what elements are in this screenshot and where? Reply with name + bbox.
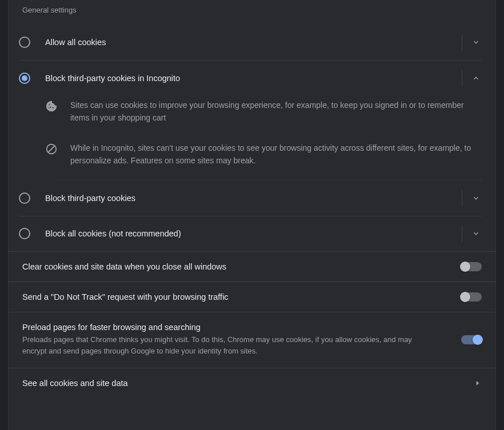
svg-point-2 — [53, 107, 54, 108]
separator — [462, 225, 462, 242]
svg-point-0 — [49, 104, 50, 105]
radio-icon — [19, 192, 30, 204]
option-block-third-party-incognito[interactable]: Block third-party cookies in Incognito — [19, 60, 482, 95]
toggle-switch[interactable] — [461, 292, 482, 302]
setting-title: Send a "Do Not Track" request with your … — [22, 292, 461, 302]
chevron-down-icon[interactable] — [470, 192, 482, 204]
setting-subtitle: Preloads pages that Chrome thinks you mi… — [22, 334, 434, 358]
setting-do-not-track[interactable]: Send a "Do Not Track" request with your … — [9, 282, 495, 312]
svg-point-3 — [49, 107, 49, 108]
detail-text: While in Incognito, sites can't use your… — [70, 142, 482, 167]
option-block-all-cookies[interactable]: Block all cookies (not recommended) — [19, 216, 482, 251]
svg-line-5 — [49, 146, 55, 152]
cookie-icon — [45, 100, 58, 112]
cookie-radio-group: Allow all cookies Block third-party cook… — [9, 25, 495, 251]
arrow-right-icon — [474, 379, 482, 387]
detail-cookie-info: Sites can use cookies to improve your br… — [19, 95, 482, 128]
block-icon — [45, 143, 58, 155]
setting-clear-on-close[interactable]: Clear cookies and site data when you clo… — [9, 251, 495, 282]
settings-panel: General settings Allow all cookies Block… — [8, 0, 496, 430]
option-block-third-party[interactable]: Block third-party cookies — [19, 180, 482, 216]
separator — [462, 34, 462, 51]
option-label: Allow all cookies — [45, 38, 457, 47]
option-label: Block third-party cookies in Incognito — [45, 74, 457, 83]
option-label: Block all cookies (not recommended) — [45, 229, 457, 238]
chevron-down-icon[interactable] — [470, 37, 482, 48]
chevron-up-icon[interactable] — [470, 73, 482, 84]
svg-point-1 — [50, 107, 51, 108]
option-label: Block third-party cookies — [45, 194, 457, 203]
option-allow-all-cookies[interactable]: Allow all cookies — [19, 25, 482, 60]
radio-icon — [19, 228, 30, 239]
radio-icon — [19, 73, 30, 84]
chevron-down-icon[interactable] — [470, 228, 482, 239]
detail-incognito-info: While in Incognito, sites can't use your… — [19, 128, 482, 180]
separator — [462, 190, 462, 207]
setting-title: Preload pages for faster browsing and se… — [22, 323, 461, 332]
radio-icon — [19, 37, 30, 48]
setting-title: Clear cookies and site data when you clo… — [22, 262, 461, 271]
toggle-switch[interactable] — [461, 262, 482, 271]
detail-text: Sites can use cookies to improve your br… — [70, 99, 482, 124]
toggle-switch[interactable] — [461, 335, 482, 344]
separator — [462, 70, 462, 87]
setting-title: See all cookies and site data — [22, 379, 474, 388]
setting-preload-pages[interactable]: Preload pages for faster browsing and se… — [9, 312, 495, 368]
setting-see-all-cookies[interactable]: See all cookies and site data — [9, 368, 495, 398]
section-header: General settings — [9, 0, 495, 25]
